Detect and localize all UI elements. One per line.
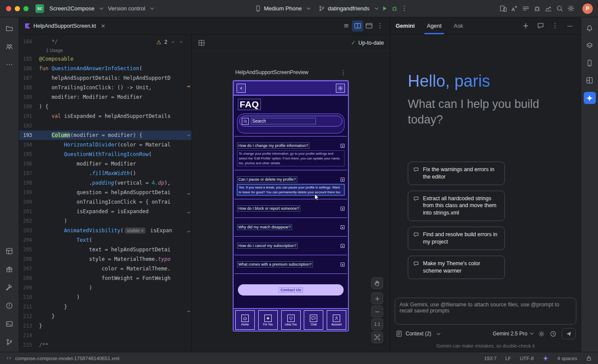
code-line[interactable]: 189 modifier: Modifier = Modifier <box>19 92 192 102</box>
gemini-icon[interactable] <box>584 92 596 104</box>
code-line[interactable]: 200 onTrailingIconClick = { onTrai <box>19 197 192 207</box>
inspections-widget[interactable]: ⚠ 2 <box>155 38 185 46</box>
gemini-menu-icon[interactable]: ⋮ <box>549 20 561 32</box>
notifications-icon[interactable] <box>584 23 595 34</box>
logcat-icon[interactable] <box>520 3 531 14</box>
debug-button[interactable] <box>391 5 398 12</box>
zoom-fit-button[interactable] <box>371 332 383 343</box>
close-window-button[interactable] <box>6 6 11 11</box>
code-line[interactable]: 206 style = MaterialTheme.typo <box>19 254 192 264</box>
code-line[interactable]: 211 } <box>19 302 192 312</box>
code-line[interactable]: 187 helpAndSupportDetails: HelpAndSuppor… <box>19 73 192 83</box>
close-tab-icon[interactable]: × <box>101 23 106 29</box>
zoom-in-button[interactable]: + <box>371 292 383 304</box>
context-selector[interactable]: Context (2) <box>396 330 440 337</box>
code-line[interactable]: 207 color = MaterialTheme. <box>19 264 192 273</box>
device-mirroring-icon[interactable] <box>497 3 509 14</box>
line-separator[interactable]: LF <box>505 356 511 361</box>
settings-icon[interactable] <box>565 3 576 14</box>
resource-manager-icon[interactable] <box>4 245 15 257</box>
lock-icon[interactable] <box>586 355 592 361</box>
usage-inlay-hint[interactable]: 1 Usage <box>19 46 192 54</box>
phone-preview[interactable]: ‹ FAQ Search <box>233 80 349 332</box>
code-line[interactable]: 195 QuestionWithTrailingIconRow( <box>19 150 192 159</box>
build-icon[interactable] <box>4 282 15 293</box>
code-line[interactable]: 204 Text( <box>19 235 192 245</box>
project-folder-icon[interactable] <box>4 23 15 34</box>
ai-actions-icon[interactable] <box>509 3 520 14</box>
code-line[interactable]: 194 HorizontalDivider(color = Material <box>19 140 192 150</box>
code-line[interactable]: 213} <box>19 321 192 331</box>
minimize-window-button[interactable] <box>15 6 20 11</box>
code-line[interactable]: 215/** <box>19 340 192 350</box>
running-devices-icon[interactable] <box>584 57 595 68</box>
code-line[interactable]: 208 fontWeight = FontWeigh <box>19 273 192 283</box>
hide-panel-icon[interactable]: — <box>564 20 575 32</box>
code-editor[interactable]: 184 */1 Usage185@Composable186fun Questi… <box>19 35 192 352</box>
code-line[interactable]: 202 ) <box>19 216 192 226</box>
run-configuration-selector[interactable]: datingandfriends <box>318 5 377 12</box>
code-line[interactable]: 205 text = helpAndSupportDetai <box>19 245 192 254</box>
code-line[interactable]: 196 modifier = Modifier <box>19 159 192 169</box>
preview-canvas[interactable]: HelpAndSupportScreenPreview ⋮ ‹ FAQ <box>192 51 390 352</box>
avatar[interactable]: P <box>582 3 593 14</box>
caret-position[interactable]: 193:7 <box>484 356 497 361</box>
preview-title[interactable]: HelpAndSupportScreenPreview <box>235 69 309 75</box>
package-icon[interactable] <box>4 263 15 275</box>
gemini-prompt-input[interactable] <box>400 302 572 321</box>
pull-requests-icon[interactable] <box>4 41 15 52</box>
zoom-window-button[interactable] <box>23 6 29 11</box>
code-line[interactable]: 191 val isExpanded = helpAndSupportDetai… <box>19 111 192 121</box>
code-line[interactable]: 198 .padding(vertical = 4.dp), <box>19 178 192 188</box>
tab-agent[interactable]: Agent <box>427 17 442 34</box>
editor-menu-icon[interactable]: ⋮ <box>374 20 386 32</box>
gemini-status-icon[interactable] <box>543 355 549 361</box>
code-line[interactable]: 203 AnimatedVisibility(visible = isExpan <box>19 226 192 235</box>
code-line[interactable]: 210 ) <box>19 292 192 302</box>
code-line[interactable]: 212 } <box>19 312 192 321</box>
bug-report-icon[interactable] <box>531 3 543 14</box>
zoom-out-button[interactable]: − <box>371 306 383 317</box>
suggestion-card[interactable]: Find and resolve build errors in my proj… <box>408 227 505 250</box>
split-editor-icon[interactable] <box>352 20 363 32</box>
suggestion-card[interactable]: Extract all hardcoded strings from this … <box>408 191 505 221</box>
previous-problem-button[interactable] <box>170 39 176 45</box>
structure-view-icon[interactable]: ≡ <box>341 20 352 32</box>
code-line[interactable]: 188 onTrailingIconClick: () -> Unit, <box>19 83 192 92</box>
search-icon[interactable] <box>554 3 565 14</box>
more-run-actions-icon[interactable]: ⋮ <box>401 5 408 12</box>
layers-icon[interactable] <box>584 40 595 51</box>
tab-ask[interactable]: Ask <box>454 17 463 34</box>
code-line[interactable]: 197 .fillMaxWidth() <box>19 169 192 178</box>
file-encoding[interactable]: UTF-8 <box>520 356 534 361</box>
status-file[interactable]: compose-compose-model-1758748140651.xml <box>6 355 119 361</box>
version-control-icon[interactable] <box>4 336 15 348</box>
problems-icon[interactable] <box>4 300 15 311</box>
vcs-selector[interactable]: Version control <box>108 5 153 12</box>
code-line[interactable]: 209 ) <box>19 283 192 292</box>
code-line[interactable]: 199 question = helpAndSupportDetai <box>19 188 192 197</box>
code-line[interactable]: 193 Column(modifier = modifier) { <box>19 130 192 140</box>
indent-info[interactable]: 4 spaces <box>557 356 577 361</box>
new-chat-icon[interactable]: + <box>520 20 531 32</box>
suggestion-card[interactable]: Fix the warnings and errors in the edito… <box>408 162 505 185</box>
history-icon[interactable] <box>550 331 556 337</box>
code-line[interactable]: 186fun QuestionAndAnswerInfoSection( <box>19 64 192 73</box>
code-line[interactable]: 185@Composable <box>19 54 192 64</box>
send-button[interactable] <box>562 328 575 339</box>
preview-menu-icon[interactable]: ⋮ <box>340 69 346 75</box>
code-line[interactable]: 201 isExpanded = isExpanded <box>19 207 192 216</box>
next-problem-button[interactable] <box>179 39 184 45</box>
new-window-icon[interactable] <box>363 20 374 32</box>
code-line[interactable]: 214 <box>19 331 192 340</box>
terminal-icon[interactable] <box>4 318 15 329</box>
editor-tab[interactable]: HelpAndSupportScreen.kt × <box>19 17 111 34</box>
preview-mode-icon[interactable] <box>198 39 205 46</box>
code-line[interactable]: 190) { <box>19 102 192 111</box>
code-line[interactable]: 192 <box>19 121 192 130</box>
suggestion-card[interactable]: Make my Theme's color scheme warmer <box>408 256 505 279</box>
run-button[interactable] <box>381 5 388 12</box>
pan-button[interactable] <box>371 277 383 289</box>
project-selector[interactable]: Screen2Compose <box>49 5 103 12</box>
comment-icon[interactable] <box>535 20 546 32</box>
